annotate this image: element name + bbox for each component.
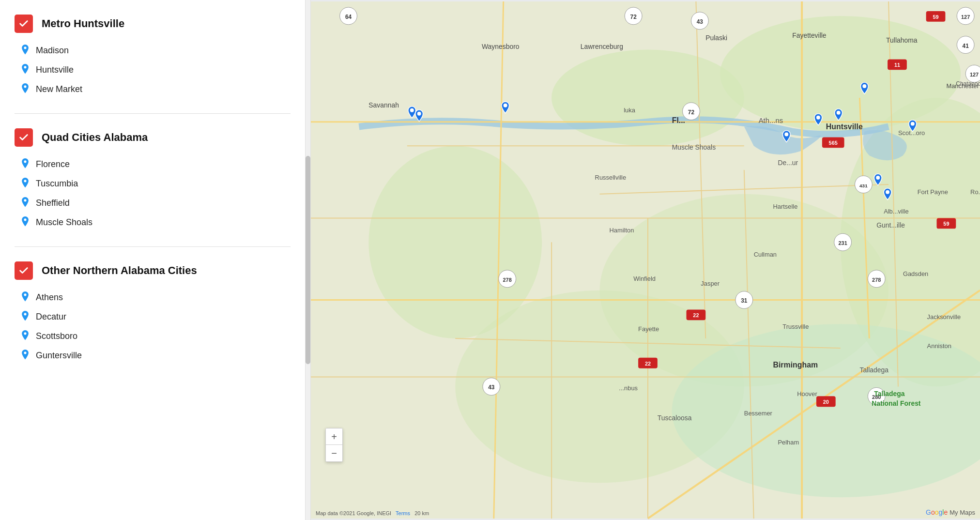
city-list-other-northern: Athens Decatur Scottsboro (15, 288, 291, 365)
map-container[interactable]: 64 43 72 72 231 278 278 565 59 59 22 22 … (311, 0, 980, 520)
map-attribution-left: Map data ©2021 Google, INEGI Terms 20 km (316, 510, 429, 516)
location-pin-icon (19, 216, 31, 228)
map-attribution-right: Google My Maps (926, 508, 975, 516)
svg-point-122 (911, 122, 915, 126)
list-item: New Market (19, 79, 291, 99)
svg-text:Anniston: Anniston (927, 342, 951, 350)
svg-point-1 (24, 66, 26, 68)
zoom-in-button[interactable]: + (326, 428, 342, 445)
location-pin-icon (19, 64, 31, 76)
svg-text:luka: luka (624, 107, 635, 114)
svg-text:Talladega: Talladega (874, 390, 904, 398)
location-pin-icon (19, 330, 31, 342)
svg-text:59: 59 (933, 14, 938, 20)
region-title-metro-huntsville: Metro Huntsville (42, 17, 124, 30)
svg-text:Hartselle: Hartselle (773, 203, 797, 210)
divider-2 (15, 246, 291, 247)
checkbox-other-northern[interactable] (15, 261, 33, 280)
svg-text:Savannah: Savannah (368, 101, 399, 109)
list-item: Muscle Shoals (19, 213, 291, 232)
svg-point-120 (816, 116, 820, 120)
location-pin-icon (19, 83, 31, 95)
region-title-other-northern: Other Northern Alabama Cities (42, 264, 197, 277)
svg-point-2 (24, 85, 26, 88)
svg-point-5 (24, 199, 26, 201)
svg-text:Hamilton: Hamilton (609, 227, 634, 234)
svg-text:59: 59 (943, 221, 949, 227)
svg-text:64: 64 (345, 14, 352, 20)
svg-text:Gunt...ille: Gunt...ille (876, 221, 905, 229)
svg-text:De...ur: De...ur (778, 159, 798, 167)
svg-text:Alb...ville: Alb...ville (884, 208, 909, 215)
svg-text:Ro...: Ro... (970, 188, 980, 196)
svg-text:41: 41 (963, 43, 969, 49)
svg-point-121 (837, 111, 841, 115)
region-title-quad-cities: Quad Cities Alabama (42, 131, 148, 144)
terms-link[interactable]: Terms (396, 510, 410, 516)
checkbox-metro-huntsville[interactable] (15, 15, 33, 33)
region-metro-huntsville: Metro Huntsville Madison Huntsville (0, 10, 305, 108)
list-item: Guntersville (19, 346, 291, 365)
list-item: Florence (19, 154, 291, 174)
svg-text:127: 127 (970, 72, 979, 77)
zoom-out-button[interactable]: − (326, 445, 342, 461)
svg-point-119 (504, 104, 507, 107)
list-item: Sheffield (19, 193, 291, 213)
list-item: Athens (19, 288, 291, 307)
svg-text:278: 278 (872, 277, 881, 283)
svg-point-3 (24, 160, 26, 163)
svg-point-9 (24, 332, 26, 335)
svg-point-123 (784, 133, 788, 137)
svg-text:22: 22 (693, 312, 699, 318)
svg-point-6 (24, 218, 26, 221)
checkbox-quad-cities[interactable] (15, 128, 33, 147)
location-pin-icon (19, 311, 31, 322)
svg-text:National Forest: National Forest (872, 399, 921, 407)
region-header-quad-cities: Quad Cities Alabama (15, 128, 291, 147)
svg-text:43: 43 (697, 18, 704, 25)
svg-text:Tullahoma: Tullahoma (886, 36, 918, 44)
svg-text:278: 278 (503, 277, 512, 283)
location-pin-icon (19, 158, 31, 170)
location-pin-icon (19, 197, 31, 209)
checkmark-icon (18, 132, 29, 143)
svg-text:431: 431 (859, 183, 868, 188)
svg-text:72: 72 (688, 109, 695, 116)
svg-text:Chatanoo...: Chatanoo... (956, 80, 980, 87)
svg-point-116 (410, 108, 414, 112)
svg-text:Fayette: Fayette (638, 325, 659, 333)
divider-1 (15, 113, 291, 114)
svg-point-4 (24, 180, 26, 182)
zoom-controls: + − (325, 428, 343, 462)
svg-text:43: 43 (488, 384, 495, 391)
scrollbar[interactable] (305, 0, 311, 520)
svg-text:127: 127 (961, 14, 970, 20)
list-item: Scottsboro (19, 326, 291, 346)
svg-point-117 (417, 112, 421, 116)
checkmark-icon (18, 265, 29, 276)
svg-point-124 (876, 176, 880, 180)
svg-point-12 (551, 50, 744, 146)
region-quad-cities: Quad Cities Alabama Florence Tuscumbia (0, 123, 305, 242)
svg-point-118 (862, 84, 866, 88)
svg-point-125 (886, 190, 889, 194)
svg-text:Bessemer: Bessemer (744, 410, 773, 417)
region-other-northern: Other Northern Alabama Cities Athens Dec… (0, 257, 305, 375)
svg-text:11: 11 (894, 62, 900, 68)
svg-text:Tuscaloosa: Tuscaloosa (658, 414, 692, 422)
list-item: Decatur (19, 307, 291, 326)
svg-text:Cullman: Cullman (754, 251, 777, 258)
region-header-metro-huntsville: Metro Huntsville (15, 15, 291, 33)
svg-text:Pulaski: Pulaski (705, 34, 727, 42)
city-list-metro-huntsville: Madison Huntsville New Market (15, 41, 291, 99)
svg-text:Waynesboro: Waynesboro (482, 43, 520, 50)
svg-text:Fort Payne: Fort Payne (918, 188, 948, 196)
map-svg: 64 43 72 72 231 278 278 565 59 59 22 22 … (311, 0, 980, 520)
svg-text:Lawrenceburg: Lawrenceburg (581, 43, 623, 50)
svg-text:Hoover: Hoover (797, 390, 817, 398)
region-header-other-northern: Other Northern Alabama Cities (15, 261, 291, 280)
svg-text:20: 20 (823, 399, 829, 405)
svg-text:Muscle Shoals: Muscle Shoals (672, 143, 716, 151)
svg-text:...nbus: ...nbus (619, 384, 638, 392)
svg-text:Jasper: Jasper (701, 280, 720, 287)
